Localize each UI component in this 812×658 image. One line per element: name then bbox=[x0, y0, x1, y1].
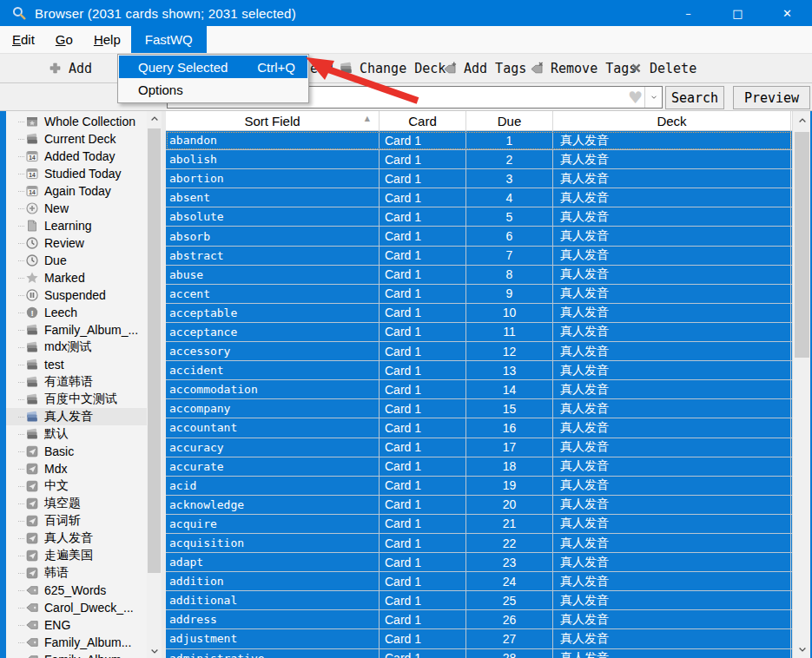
table-row[interactable]: abortionCard 13真人发音 bbox=[166, 169, 792, 188]
sidebar-item-learning[interactable]: Learning bbox=[6, 217, 147, 234]
delete-button[interactable]: Delete bbox=[629, 54, 696, 82]
sidebar-item-current-deck[interactable]: Current Deck bbox=[6, 130, 147, 148]
table-row[interactable]: acceptanceCard 111真人发音 bbox=[166, 323, 792, 342]
sidebar-item-test[interactable]: test bbox=[6, 356, 147, 373]
sidebar-item-family_album_-[interactable]: Family_Album_... bbox=[6, 321, 147, 339]
column-header-card[interactable]: Card bbox=[380, 111, 466, 130]
menu-item-edit[interactable]: Edit bbox=[2, 26, 45, 53]
table-row[interactable]: abuseCard 18真人发音 bbox=[166, 266, 792, 285]
table-row[interactable]: acidCard 119真人发音 bbox=[166, 477, 792, 496]
table-row[interactable]: accentCard 19真人发音 bbox=[166, 285, 792, 304]
sidebar-item-eng[interactable]: ENG bbox=[6, 616, 147, 634]
sidebar-item-added-today[interactable]: 14Added Today bbox=[6, 148, 147, 165]
sidebar-item-mdx[interactable]: Mdx bbox=[6, 460, 147, 477]
cell-due: 9 bbox=[466, 285, 553, 303]
sidebar-item-studied-today[interactable]: 14Studied Today bbox=[6, 165, 147, 182]
scroll-down-icon[interactable] bbox=[147, 643, 162, 658]
add-button[interactable]: Add bbox=[48, 54, 92, 82]
table-row[interactable]: adjustmentCard 127真人发音 bbox=[166, 629, 792, 648]
table-row[interactable]: administrativeCard 128真人发音 bbox=[166, 649, 792, 658]
tree-line bbox=[18, 556, 24, 556]
svg-text:!: ! bbox=[30, 308, 33, 318]
table-row[interactable]: acquisitionCard 122真人发音 bbox=[166, 534, 792, 553]
table-row[interactable]: accountantCard 116真人发音 bbox=[166, 418, 792, 438]
sidebar-item-走遍美国[interactable]: 走遍美国 bbox=[6, 547, 147, 564]
sidebar-item-due[interactable]: Due bbox=[6, 252, 147, 269]
table-scroll-thumb[interactable] bbox=[795, 132, 809, 358]
table-row[interactable]: accommodationCard 114真人发音 bbox=[166, 380, 792, 399]
change-deck-button[interactable]: Change Deck bbox=[339, 54, 446, 82]
search-button[interactable]: Search bbox=[665, 86, 724, 109]
table-row[interactable]: adaptCard 123真人发音 bbox=[166, 553, 792, 572]
scroll-up-icon[interactable] bbox=[795, 113, 809, 128]
sidebar-item-中文[interactable]: 中文 bbox=[6, 477, 147, 495]
menu-option-options[interactable]: Options bbox=[119, 78, 307, 101]
close-button[interactable]: ✕ bbox=[762, 0, 812, 26]
sidebar-item-label: New bbox=[44, 201, 69, 215]
sidebar-item-review[interactable]: Review bbox=[6, 234, 147, 252]
sidebar-item-family_album-[interactable]: Family_Album... bbox=[6, 634, 147, 651]
column-header-deck[interactable]: Deck bbox=[553, 111, 791, 130]
scroll-up-icon[interactable] bbox=[147, 111, 162, 126]
table-row[interactable]: addressCard 126真人发音 bbox=[166, 610, 792, 629]
sidebar-item-默认[interactable]: 默认 bbox=[6, 425, 147, 443]
sidebar-item-family_album-[interactable]: Family_Album... bbox=[6, 651, 147, 658]
cell-due: 8 bbox=[466, 266, 553, 284]
table-row[interactable]: additionalCard 125真人发音 bbox=[166, 591, 792, 610]
table-row[interactable]: accidentCard 113真人发音 bbox=[166, 361, 792, 380]
sidebar-scroll-thumb[interactable] bbox=[148, 128, 161, 573]
minimize-button[interactable]: – bbox=[663, 0, 713, 26]
table-row[interactable]: accuracyCard 117真人发音 bbox=[166, 438, 792, 457]
table-row[interactable]: acceptableCard 110真人发音 bbox=[166, 304, 792, 323]
suspend-button-partial[interactable]: end bbox=[310, 54, 333, 82]
sidebar-scrollbar[interactable] bbox=[147, 111, 162, 658]
table-scrollbar[interactable] bbox=[792, 111, 810, 658]
preview-button[interactable]: Preview bbox=[733, 86, 810, 109]
favorite-heart-icon[interactable]: ♥ bbox=[628, 89, 643, 106]
sidebar-item-百词斩[interactable]: 百词斩 bbox=[6, 512, 147, 530]
table-row[interactable]: abolishCard 12真人发音 bbox=[166, 150, 792, 169]
sidebar-item-填空题[interactable]: 填空题 bbox=[6, 495, 147, 512]
table-row[interactable]: accompanyCard 115真人发音 bbox=[166, 399, 792, 418]
sidebar-item-suspended[interactable]: Suspended bbox=[6, 286, 147, 304]
add-tags-button[interactable]: Add Tags bbox=[443, 54, 526, 82]
column-header-sort-field[interactable]: Sort Field▲ bbox=[166, 111, 380, 130]
table-row[interactable]: accurateCard 118真人发音 bbox=[166, 457, 792, 477]
table-row[interactable]: abstractCard 17真人发音 bbox=[166, 247, 792, 266]
menu-item-go[interactable]: Go bbox=[45, 26, 83, 53]
menu-item-fastwq[interactable]: FastWQ bbox=[131, 26, 207, 53]
sidebar-item-label: 625_Words bbox=[44, 583, 106, 597]
sidebar-item-carol_dweck_-[interactable]: Carol_Dweck_... bbox=[6, 599, 147, 616]
table-row[interactable]: additionCard 124真人发音 bbox=[166, 572, 792, 591]
cell-sort-field: accident bbox=[166, 361, 380, 379]
sidebar-item-new[interactable]: New bbox=[6, 200, 147, 217]
table-row[interactable]: absentCard 14真人发音 bbox=[166, 188, 792, 207]
maximize-button[interactable]: □ bbox=[713, 0, 762, 26]
column-header-due[interactable]: Due bbox=[466, 111, 553, 130]
sidebar-item-真人发音[interactable]: 真人发音 bbox=[6, 408, 147, 425]
sidebar-item-真人发音[interactable]: 真人发音 bbox=[6, 530, 147, 547]
sidebar-item-mdx测试[interactable]: mdx测试 bbox=[6, 339, 147, 356]
combobox-dropdown-button[interactable] bbox=[644, 87, 662, 108]
scroll-down-icon[interactable] bbox=[795, 642, 809, 656]
menu-option-query-selected[interactable]: Query SelectedCtrl+Q bbox=[119, 56, 307, 78]
remove-tags-button[interactable]: Remove Tags bbox=[530, 54, 637, 82]
sidebar-item-韩语[interactable]: 韩语 bbox=[6, 564, 147, 582]
menu-item-help[interactable]: Help bbox=[83, 26, 131, 53]
sidebar-item-有道韩语[interactable]: 有道韩语 bbox=[6, 373, 147, 391]
sidebar-item-basic[interactable]: Basic bbox=[6, 443, 147, 460]
sidebar-item-leech[interactable]: !Leech bbox=[6, 304, 147, 321]
table-row[interactable]: acquireCard 121真人发音 bbox=[166, 515, 792, 534]
sidebar-item-again-today[interactable]: 14Again Today bbox=[6, 182, 147, 200]
table-row[interactable]: accessoryCard 112真人发音 bbox=[166, 342, 792, 361]
table-row[interactable]: absorbCard 16真人发音 bbox=[166, 227, 792, 246]
cell-deck: 真人发音 bbox=[553, 188, 791, 207]
sidebar-item-百度中文测试[interactable]: 百度中文测试 bbox=[6, 391, 147, 408]
sidebar-item-whole-collection[interactable]: Whole Collection bbox=[6, 113, 147, 130]
table-row[interactable]: abandonCard 11真人发音 bbox=[166, 131, 792, 150]
cell-due: 19 bbox=[466, 477, 553, 495]
sidebar-item-marked[interactable]: Marked bbox=[6, 269, 147, 286]
table-row[interactable]: acknowledgeCard 120真人发音 bbox=[166, 496, 792, 515]
table-row[interactable]: absoluteCard 15真人发音 bbox=[166, 207, 792, 227]
sidebar-item-625_words[interactable]: 625_Words bbox=[6, 582, 147, 599]
